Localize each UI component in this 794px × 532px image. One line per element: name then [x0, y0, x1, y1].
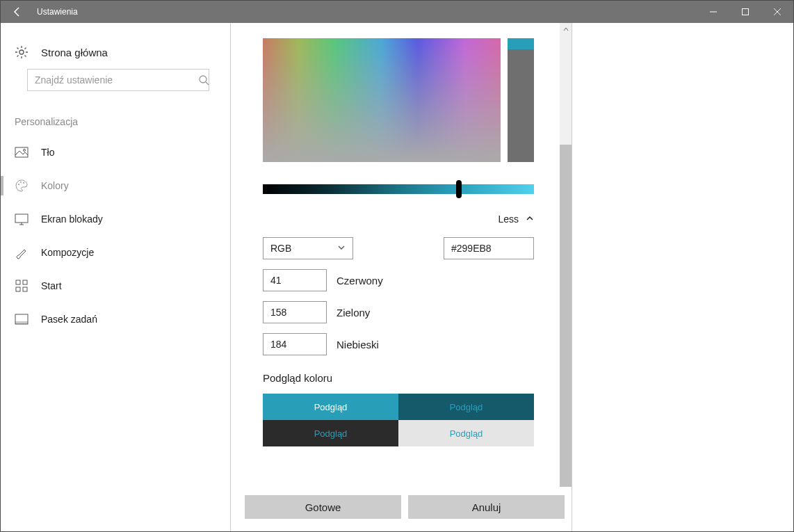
preview-heading: Podgląd koloru	[263, 372, 551, 384]
green-input[interactable]	[263, 301, 327, 323]
grid-icon	[15, 279, 29, 293]
red-input[interactable]	[263, 269, 327, 291]
sidebar-item-label: Pasek zadań	[41, 314, 97, 325]
done-button[interactable]: Gotowe	[245, 495, 401, 519]
toggle-more-less[interactable]: Less	[263, 213, 534, 225]
color-preview-grid: Podgląd Podgląd Podgląd Podgląd	[263, 394, 534, 446]
maximize-icon	[742, 8, 749, 15]
preview-label: Podgląd	[450, 402, 483, 412]
picture-icon	[15, 145, 29, 159]
sidebar: Strona główna Personalizacja Tło Kolory …	[1, 23, 230, 531]
svg-rect-12	[23, 287, 27, 291]
preview-label: Podgląd	[450, 428, 483, 439]
value-slider-current	[508, 38, 534, 49]
empty-area	[572, 23, 793, 531]
scrollbar-thumb[interactable]	[560, 145, 572, 487]
sidebar-item-colors[interactable]: Kolory	[1, 169, 230, 202]
hue-slider[interactable]	[263, 184, 534, 194]
blue-input[interactable]	[263, 333, 327, 355]
back-button[interactable]	[1, 1, 34, 23]
svg-rect-3	[15, 147, 28, 157]
search-input[interactable]	[27, 69, 209, 91]
hue-slider-thumb[interactable]	[456, 180, 462, 198]
close-button[interactable]	[761, 1, 793, 23]
taskbar-icon	[15, 312, 29, 326]
preview-swatch-grey: Podgląd	[398, 420, 534, 446]
color-model-select[interactable]: RGB	[263, 237, 353, 259]
section-header: Personalizacja	[1, 104, 230, 136]
arrow-left-icon	[12, 6, 23, 17]
palette-icon	[15, 179, 29, 193]
value-slider-track	[508, 49, 534, 162]
svg-point-2	[200, 76, 206, 83]
color-model-value: RGB	[270, 243, 291, 254]
minimize-button[interactable]	[697, 1, 729, 23]
sidebar-item-background[interactable]: Tło	[1, 136, 230, 169]
svg-point-4	[24, 150, 26, 152]
sidebar-item-start[interactable]: Start	[1, 269, 230, 303]
sidebar-item-label: Ekran blokady	[41, 213, 103, 225]
monitor-icon	[15, 212, 29, 226]
value-slider[interactable]	[508, 38, 534, 162]
preview-label: Podgląd	[314, 428, 348, 439]
home-label: Strona główna	[41, 47, 108, 58]
color-picker-dialog: Less RGB Czerwony Zielony Niebiesk	[230, 23, 572, 531]
gear-icon	[15, 45, 29, 59]
sidebar-item-label: Tło	[41, 147, 54, 158]
close-icon	[774, 8, 781, 15]
home-nav[interactable]: Strona główna	[1, 35, 230, 69]
sidebar-item-label: Kolory	[41, 180, 69, 191]
scrollbar-track[interactable]	[560, 35, 572, 475]
minimize-icon	[710, 8, 717, 15]
svg-point-1	[19, 50, 24, 54]
svg-point-6	[20, 182, 22, 183]
search-icon	[198, 74, 209, 88]
dialog-scrollbar[interactable]	[560, 23, 572, 487]
svg-rect-9	[16, 280, 20, 284]
red-label: Czerwony	[337, 275, 383, 287]
svg-rect-0	[743, 9, 749, 15]
preview-label: Podgląd	[314, 402, 348, 412]
scroll-up-icon[interactable]	[560, 23, 572, 35]
preview-swatch-black: Podgląd	[263, 420, 398, 446]
sidebar-item-taskbar[interactable]: Pasek zadań	[1, 303, 230, 336]
preview-swatch-dark-accent: Podgląd	[398, 394, 534, 420]
svg-rect-10	[23, 280, 27, 284]
sidebar-item-lockscreen[interactable]: Ekran blokady	[1, 202, 230, 236]
svg-rect-14	[15, 321, 28, 324]
cancel-button[interactable]: Anuluj	[408, 495, 565, 519]
green-label: Zielony	[337, 307, 370, 319]
sidebar-item-themes[interactable]: Kompozycje	[1, 236, 230, 269]
svg-point-7	[23, 182, 24, 184]
sidebar-item-label: Start	[41, 280, 62, 291]
blue-label: Niebieski	[337, 339, 379, 350]
chevron-up-icon	[526, 213, 534, 225]
window-title: Ustawienia	[34, 7, 697, 17]
svg-point-5	[18, 184, 19, 185]
svg-rect-8	[15, 214, 28, 223]
less-label: Less	[498, 213, 519, 225]
chevron-down-icon	[337, 243, 346, 254]
hex-input[interactable]	[444, 237, 534, 259]
sidebar-item-label: Kompozycje	[41, 247, 94, 258]
color-spectrum[interactable]	[263, 38, 501, 162]
maximize-button[interactable]	[729, 1, 761, 23]
preview-swatch-light: Podgląd	[263, 394, 398, 420]
window-titlebar: Ustawienia	[1, 1, 793, 23]
brush-icon	[15, 245, 29, 259]
svg-rect-11	[16, 287, 20, 291]
